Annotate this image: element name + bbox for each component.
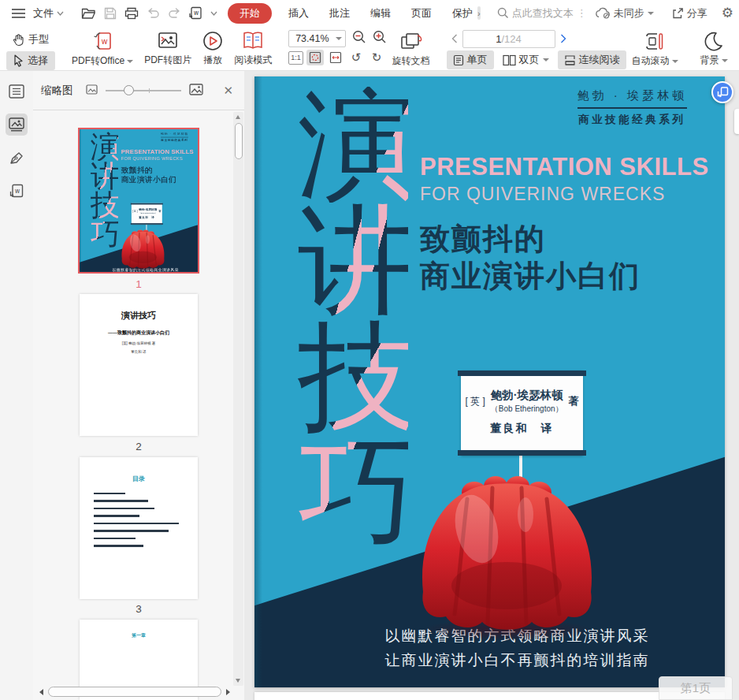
rotate-pages-icon <box>399 31 424 52</box>
sync-status[interactable]: 未同步 <box>591 6 658 20</box>
tab-protect[interactable]: 保护 <box>442 6 474 20</box>
thumbnail-2-number: 2 <box>136 436 142 456</box>
auto-scroll-icon <box>644 31 665 52</box>
export-word-icon[interactable]: w <box>185 6 206 20</box>
search-box[interactable]: 点此查找文本 ⋮ <box>493 6 591 20</box>
thumbnail-panel-icon[interactable] <box>6 114 28 136</box>
horizontal-scrollbar-track[interactable] <box>48 687 221 697</box>
zoom-out-icon[interactable] <box>352 30 366 47</box>
scrollbar-thumb[interactable] <box>235 123 243 159</box>
pdf-to-office-icon: w <box>91 31 114 52</box>
svg-text:w: w <box>15 188 20 195</box>
tab-start[interactable]: 开始 <box>228 3 272 24</box>
play-button[interactable]: 播放 <box>197 28 228 67</box>
search-options-dots[interactable]: ⋮ <box>577 7 587 19</box>
auto-scroll-button[interactable]: 自动滚动 <box>626 28 684 68</box>
single-page-icon <box>453 54 464 66</box>
annotation-pen-icon[interactable] <box>6 147 28 169</box>
ribbon-toolbar: 手型 选择 w PDF转Office PDF转图片 播放 阅读模式 <box>0 26 739 71</box>
scroll-down-arrow[interactable] <box>236 679 240 683</box>
share-button[interactable]: 分享 <box>668 6 711 20</box>
zoom-in-icon[interactable] <box>373 30 387 47</box>
tab-edit[interactable]: 编辑 <box>360 6 401 20</box>
thumbnail-page-1[interactable]: 鲍勃 · 埃瑟林顿 商业技能经典系列 演 讲 技 巧 PRESENTATION … <box>78 128 199 274</box>
panel-vertical-scrollbar[interactable] <box>233 112 243 686</box>
share-icon <box>672 7 684 19</box>
book-icon <box>241 31 265 51</box>
thumb-cover-slot: 鲍勃 · 埃瑟林顿 商业技能经典系列 演 讲 技 巧 PRESENTATION … <box>80 129 198 274</box>
panel-horizontal-scrollbar[interactable] <box>39 686 230 698</box>
tab-insert[interactable]: 插入 <box>278 6 319 20</box>
floating-convert-button[interactable] <box>711 81 733 103</box>
english-title: PRESENTATION SKILLS FOR QUIVERING WRECKS <box>420 153 709 205</box>
redo-icon <box>164 8 185 19</box>
actual-size-button[interactable]: 1:1 <box>288 51 303 65</box>
large-thumbnail-icon[interactable] <box>189 84 203 98</box>
hamburger-menu-icon[interactable] <box>8 8 29 19</box>
thumbnail-page-3[interactable]: 目录 <box>80 457 198 599</box>
chevron-down-icon <box>648 12 654 15</box>
outline-panel-icon[interactable] <box>6 80 28 102</box>
search-placeholder: 点此查找文本 <box>512 6 574 20</box>
zoom-level-select[interactable]: 73.41% <box>288 30 345 47</box>
slider-knob[interactable] <box>124 85 134 95</box>
author-screen-box: [ 英 ] 鲍勃·埃瑟林顿 （Bob Etherington） 著 董良和 译 <box>132 203 162 225</box>
prev-page-icon[interactable] <box>447 33 462 46</box>
pdf-to-office-button[interactable]: w PDF转Office <box>66 28 139 68</box>
chevron-down-icon <box>127 60 133 63</box>
play-icon <box>202 31 223 51</box>
save-icon <box>100 7 121 20</box>
image-icon <box>157 31 179 51</box>
tab-comment[interactable]: 批注 <box>319 6 360 20</box>
background-button[interactable]: 背景 <box>695 28 733 67</box>
document-viewer[interactable]: 鲍勃 · 埃瑟林顿 商业技能经典系列 演 讲 技 巧 PRESENTATION … <box>244 71 739 700</box>
svg-text:w: w <box>194 9 199 17</box>
thumbnail-page-2[interactable]: 演讲技巧 ——致颤抖的商业演讲小白们 [英] 鲍勃·埃瑟林顿 著 董良和 译 <box>80 294 198 436</box>
thumbnail-size-slider[interactable] <box>106 85 181 96</box>
fit-width-button[interactable] <box>327 50 344 65</box>
fit-page-button[interactable] <box>306 50 324 65</box>
pdf-to-image-button[interactable]: PDF转图片 <box>139 28 197 67</box>
scroll-left-arrow[interactable] <box>39 689 43 695</box>
more-tabs-button[interactable]: › <box>477 6 481 20</box>
rotate-ccw-button[interactable]: ↺ <box>347 50 365 65</box>
export-dropdown-icon[interactable] <box>206 11 221 16</box>
small-thumbnail-icon[interactable] <box>86 84 98 97</box>
open-file-icon[interactable] <box>77 7 100 20</box>
series-brand: 鲍勃 · 埃瑟林顿 商业技能经典系列 <box>577 88 687 127</box>
chinese-subtitle: 致颤抖的 商业演讲小白们 <box>420 221 641 294</box>
select-tool-button[interactable]: 选择 <box>6 51 55 70</box>
close-panel-icon[interactable]: ✕ <box>223 84 236 98</box>
settings-gear-icon[interactable]: ⚙ <box>722 5 733 21</box>
rotate-document-button[interactable]: 旋转文档 <box>387 28 436 68</box>
chevron-down-icon <box>57 11 64 16</box>
double-page-button[interactable]: 双页 <box>496 50 555 69</box>
book-cover: 鲍勃 · 埃瑟林顿 商业技能经典系列 演 讲 技 巧 PRESENTATION … <box>80 129 198 274</box>
scroll-right-arrow[interactable] <box>226 689 230 695</box>
vertical-title: 演 讲 技 巧 <box>298 87 408 550</box>
sidebar-icon-strip: w <box>0 71 33 700</box>
read-mode-button[interactable]: 阅读模式 <box>228 28 277 67</box>
search-icon <box>497 7 509 19</box>
rotate-cw-button[interactable]: ↻ <box>368 50 385 65</box>
continuous-read-button[interactable]: 连续阅读 <box>558 50 626 69</box>
continuous-pages-icon <box>564 54 576 66</box>
scroll-up-arrow[interactable] <box>236 115 240 119</box>
hand-tool-button[interactable]: 手型 <box>6 30 55 49</box>
full-translate-button[interactable]: A 全文翻译 <box>737 49 739 65</box>
export-doc-icon[interactable]: w <box>6 180 28 202</box>
cursor-icon <box>13 54 24 67</box>
page-1: 鲍勃 · 埃瑟林顿 商业技能经典系列 演 讲 技 巧 PRESENTATION … <box>254 76 725 687</box>
word-translate-button[interactable]: 划词翻译 <box>737 30 739 47</box>
panel-title: 缩略图 <box>41 84 73 98</box>
single-page-button[interactable]: 单页 <box>447 50 494 69</box>
toc-entry-lines <box>94 493 198 547</box>
page-number-input[interactable]: 1/124 <box>462 30 555 48</box>
print-icon[interactable] <box>121 7 143 20</box>
tab-page[interactable]: 页面 <box>401 6 442 20</box>
collapsed-widget-edge[interactable] <box>734 109 739 134</box>
file-menu[interactable]: 文件 <box>29 6 68 20</box>
undo-icon <box>143 8 164 19</box>
next-page-icon[interactable] <box>555 33 571 46</box>
double-page-icon <box>503 54 516 66</box>
